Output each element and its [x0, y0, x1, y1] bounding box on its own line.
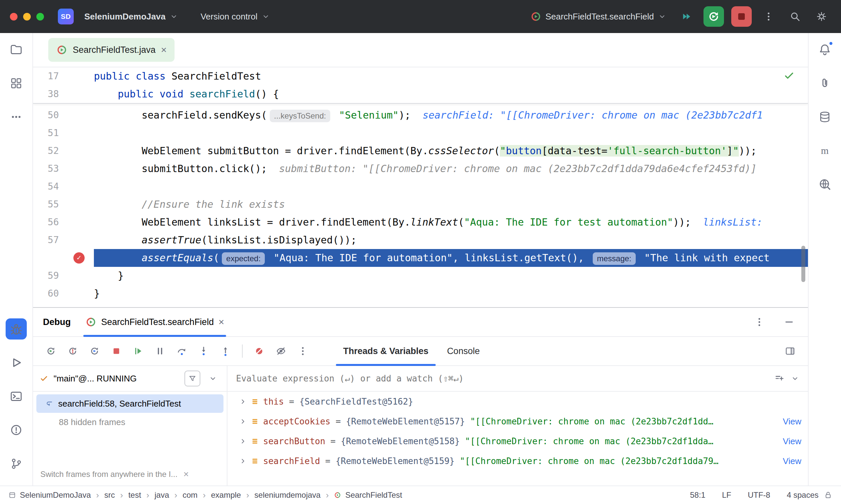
stop-button[interactable] [731, 6, 752, 27]
breadcrumb-item[interactable]: example [211, 490, 241, 500]
gutter[interactable]: 54 [33, 178, 94, 196]
gutter[interactable]: 53 [33, 160, 94, 178]
tool-stripe-problems-button[interactable] [6, 419, 27, 440]
project-menu[interactable]: SeleniumDemoJava [81, 8, 182, 25]
tool-stripe-folder-button[interactable] [6, 39, 27, 60]
code-line[interactable]: 59 } [33, 267, 808, 285]
hide-button[interactable] [272, 342, 290, 360]
resume-button[interactable] [129, 342, 148, 360]
variable-row[interactable]: searchButton = {RemoteWebElement@5158} "… [227, 431, 808, 451]
code-line[interactable]: 51 [33, 124, 808, 142]
close-session-icon[interactable]: × [219, 317, 224, 328]
tool-stripe-ai-button[interactable] [814, 73, 835, 94]
view-value-link[interactable]: View [783, 456, 801, 466]
minimize-window-button[interactable] [23, 13, 31, 20]
gutter[interactable]: 51 [33, 124, 94, 142]
gutter[interactable]: 55 [33, 196, 94, 213]
thread-selector[interactable]: "main"@... RUNNING [33, 366, 227, 392]
debug-tab-console[interactable]: Console [438, 337, 489, 365]
rerun-failed-button[interactable] [64, 342, 82, 360]
gutter[interactable]: 52 [33, 142, 94, 160]
breadcrumb-item[interactable]: src [104, 490, 115, 500]
stack-frame-row[interactable]: searchField:58, SearchFieldTest [36, 394, 223, 413]
gutter[interactable]: 38 [33, 85, 94, 103]
gutter[interactable]: 59 [33, 267, 94, 285]
debug-options-button[interactable] [751, 313, 768, 331]
code-line[interactable]: 17public class SearchFieldTest [33, 67, 808, 85]
chevron-right-icon[interactable] [239, 438, 246, 445]
status-widget[interactable]: 58:1 [690, 490, 705, 500]
profile-run-button[interactable] [677, 7, 696, 26]
gutter[interactable]: 57 [33, 231, 94, 249]
close-window-button[interactable] [10, 13, 18, 20]
chevron-right-icon[interactable] [239, 418, 246, 425]
tool-stripe-bell-button[interactable] [814, 39, 835, 60]
status-widget[interactable]: 4 spaces [787, 490, 819, 500]
code-line[interactable]: 55 //Ensure the link exists [33, 196, 808, 213]
code-line[interactable]: 52 WebElement submitButton = driver.find… [33, 142, 808, 160]
gutter[interactable]: 50 [33, 106, 94, 124]
lock-icon[interactable] [824, 491, 833, 499]
code-line[interactable]: 57 assertTrue(linksList.isDisplayed()); [33, 231, 808, 249]
variable-row[interactable]: searchField = {RemoteWebElement@5159} "[… [227, 451, 808, 471]
rerun-button[interactable] [42, 342, 60, 360]
tool-stripe-more-button[interactable] [6, 106, 27, 127]
breadcrumb-item[interactable]: com [183, 490, 198, 500]
view-value-link[interactable]: View [783, 416, 801, 427]
gutter[interactable]: 56 [33, 213, 94, 231]
rerun-debug-button[interactable] [703, 6, 724, 27]
stop-button[interactable] [107, 342, 126, 360]
tool-stripe-run-button[interactable] [6, 352, 27, 373]
step-out-button[interactable] [216, 342, 235, 360]
add-watch-icon[interactable] [774, 373, 785, 384]
gutter[interactable]: 17 [33, 67, 94, 85]
editor-scrollbar-thumb[interactable] [801, 246, 805, 282]
dismiss-hint-icon[interactable]: × [184, 469, 189, 480]
code-line[interactable]: 60} [33, 285, 808, 303]
settings-button[interactable] [812, 7, 831, 26]
close-tab-icon[interactable]: × [161, 45, 167, 55]
code-line[interactable]: 50 searchField.sendKeys(...keysToSend: "… [33, 106, 808, 124]
debug-session-tab[interactable]: SearchFieldTest.searchField × [83, 308, 227, 336]
code-line[interactable]: ✓ assertEquals(expected: "Aqua: The IDE … [33, 249, 808, 267]
debug-tab-threads-variables[interactable]: Threads & Variables [334, 337, 438, 365]
evaluate-expression-input[interactable]: Evaluate expression (↵) or add a watch (… [227, 366, 808, 392]
tool-stripe-database-button[interactable] [814, 106, 835, 127]
tool-stripe-globe-button[interactable] [814, 174, 835, 195]
code-line[interactable]: 54 [33, 178, 808, 196]
kebab-button[interactable] [294, 342, 312, 360]
chevron-down-icon[interactable] [791, 374, 799, 383]
breadcrumb-item[interactable]: java [154, 490, 169, 500]
run-config-selector[interactable]: SearchFieldTest.searchField [527, 7, 670, 25]
code-line[interactable]: 53 submitButton.click(); submitButton: "… [33, 160, 808, 178]
breadcrumb-item[interactable]: SeleniumDemoJava [8, 490, 91, 500]
more-actions-button[interactable] [759, 7, 778, 26]
pause-button[interactable] [151, 342, 169, 360]
tool-stripe-terminal-button[interactable] [6, 386, 27, 407]
breadcrumb-item[interactable]: SearchFieldTest [334, 490, 402, 500]
restart-button[interactable] [85, 342, 104, 360]
zoom-window-button[interactable] [36, 13, 44, 20]
variable-row[interactable]: acceptCookies = {RemoteWebElement@5157} … [227, 412, 808, 431]
breadcrumb-item[interactable]: seleniumdemojava [255, 490, 321, 500]
chevron-right-icon[interactable] [239, 457, 246, 465]
code-line[interactable]: 56 WebElement linksList = driver.findEle… [33, 213, 808, 231]
tool-stripe-structure-button[interactable] [6, 73, 27, 94]
view-value-link[interactable]: View [783, 436, 801, 447]
breakpoint-icon[interactable]: ✓ [73, 252, 85, 264]
hidden-frames-label[interactable]: 88 hidden frames [33, 413, 227, 431]
layout-settings-button[interactable] [781, 342, 799, 360]
status-widget[interactable]: UTF-8 [748, 490, 770, 500]
code-editor[interactable]: 17public class SearchFieldTest38 public … [33, 67, 808, 307]
filter-frames-button[interactable] [185, 371, 200, 386]
tool-stripe-debug-button[interactable] [6, 318, 27, 340]
hide-panel-button[interactable] [780, 313, 798, 331]
status-widget[interactable]: LF [722, 490, 731, 500]
code-line[interactable]: 38 public void searchField() { [33, 85, 808, 103]
gutter[interactable]: 60 [33, 285, 94, 303]
mute-breakpoints-button[interactable] [250, 342, 269, 360]
thread-dropdown-button[interactable] [206, 371, 220, 386]
step-over-button[interactable] [173, 342, 191, 360]
variable-row[interactable]: this = {SearchFieldTest@5162} [227, 392, 808, 412]
step-into-button[interactable] [194, 342, 213, 360]
